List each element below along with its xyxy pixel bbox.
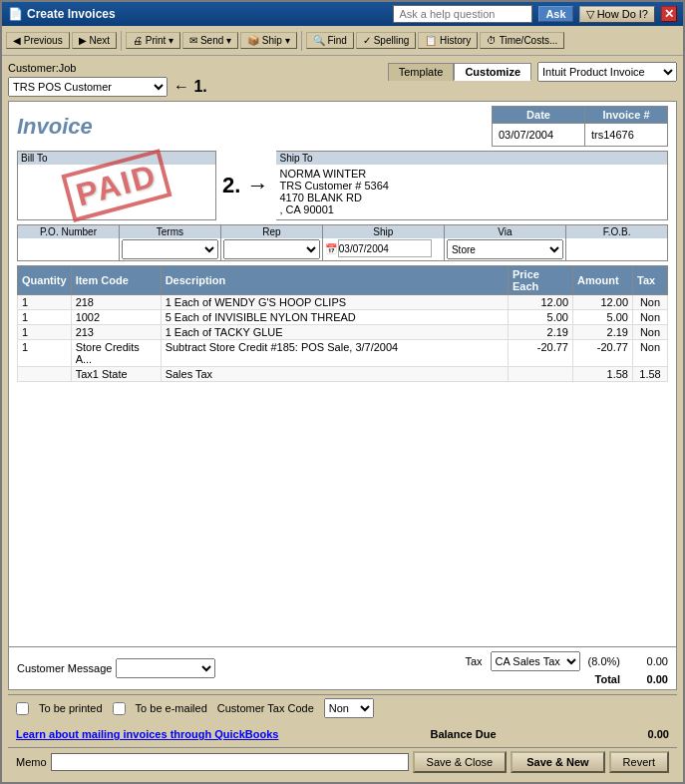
save-new-button[interactable]: Save & New (511, 751, 604, 773)
items-wrapper: Quantity Item Code Description Price Eac… (9, 265, 676, 646)
previous-button[interactable]: ◀ Previous (6, 32, 70, 49)
bill-area: Bill To PAID 2. → (17, 151, 268, 220)
annotation-arrow2: 2. → (222, 173, 268, 198)
window-icon: 📄 (8, 7, 23, 21)
customer-left: Customer:Job TRS POS Customer ← 1. (8, 62, 207, 97)
table-row[interactable]: 1 218 1 Each of WENDY G'S HOOP CLIPS 12.… (18, 295, 668, 310)
terms-cell: Terms (120, 225, 221, 260)
annotation-arrow1: ← 1. (173, 78, 207, 96)
date-input[interactable] (499, 126, 578, 144)
customer-job-label: Customer:Job (8, 62, 207, 74)
ship-date-input[interactable] (338, 239, 432, 257)
timecosts-button[interactable]: ⏱ Time/Costs... (480, 32, 564, 49)
to-be-emailed-label: To be e-mailed (136, 702, 207, 714)
template-tab[interactable]: Template (388, 63, 455, 81)
howdoi-button[interactable]: ▽ How Do I? (579, 6, 655, 23)
cell-tax: Non (633, 295, 668, 310)
customer-tax-code-label: Customer Tax Code (217, 702, 314, 714)
save-close-button[interactable]: Save & Close (413, 751, 508, 773)
terms-select[interactable] (122, 239, 218, 259)
table-row[interactable]: 1 Store Credits A... Subtract Store Cred… (18, 340, 668, 367)
fob-value (566, 238, 667, 256)
table-row[interactable]: 1 213 1 Each of TACKY GLUE 2.19 2.19 Non (18, 325, 668, 340)
invoice-num-label: Invoice # (585, 107, 668, 124)
customer-right: Template Customize Intuit Product Invoic… (388, 62, 677, 82)
customer-section: Customer:Job TRS POS Customer ← 1. Templ… (8, 62, 677, 97)
table-row[interactable]: Tax1 State Sales Tax 1.58 1.58 (18, 367, 668, 382)
content-area: Customer:Job TRS POS Customer ← 1. Templ… (2, 56, 683, 782)
invoice-section: Invoice Date Invoice # (8, 101, 677, 690)
cell-description: Subtract Store Credit #185: POS Sale, 3/… (161, 340, 508, 367)
to-be-printed-label: To be printed (39, 702, 103, 714)
col-amount: Amount (573, 266, 633, 295)
mailing-link[interactable]: Learn about mailing invoices through Qui… (16, 728, 278, 740)
via-select[interactable]: Store (447, 239, 563, 259)
cell-amount: 2.19 (573, 325, 633, 340)
rep-select[interactable] (223, 239, 320, 259)
footer-checkboxes: To be printed To be e-mailed Customer Ta… (8, 694, 677, 721)
cell-quantity: 1 (18, 310, 72, 325)
memo-input[interactable] (51, 753, 409, 771)
print-button[interactable]: 🖨 Print ▾ (126, 32, 180, 49)
revert-button[interactable]: Revert (609, 751, 669, 773)
invoice-num-value[interactable] (585, 124, 668, 147)
cell-item-code: 213 (71, 325, 161, 340)
ship-button[interactable]: 📦 Ship ▾ (240, 32, 297, 49)
ask-button[interactable]: Ask (538, 6, 572, 22)
po-terms-row: P.O. Number Terms Rep Ship (17, 224, 668, 261)
history-button[interactable]: 📋 History (418, 32, 478, 49)
to-be-printed-checkbox[interactable] (16, 702, 29, 715)
next-button[interactable]: ▶ Next (72, 32, 117, 49)
po-number-value[interactable] (18, 238, 119, 256)
via-value[interactable]: Store (445, 238, 565, 260)
bill-ship-section: Bill To PAID 2. → Ship To NORMA WINTER T… (9, 151, 676, 220)
customize-tab[interactable]: Customize (454, 63, 531, 81)
template-tabs: Template Customize (388, 63, 531, 81)
find-button[interactable]: 🔍 Find (306, 32, 354, 49)
tax-label: Tax (465, 655, 482, 667)
memo-label: Memo (16, 756, 47, 768)
ship-to-box[interactable]: Ship To NORMA WINTER TRS Customer # 5364… (276, 151, 668, 220)
action-buttons: Save & Close Save & New Revert (413, 751, 669, 773)
tax-code-select[interactable]: CA Sales Tax (491, 651, 580, 671)
col-description: Description (161, 266, 508, 295)
template-select[interactable]: Intuit Product Invoice (537, 62, 677, 82)
send-button[interactable]: ✉ Send ▾ (182, 32, 238, 49)
customer-tax-code-select[interactable]: Non (324, 698, 374, 718)
ship-to-line3: 4170 BLANK RD (279, 192, 664, 203)
balance-due-row: Learn about mailing invoices through Qui… (8, 725, 677, 743)
rep-value[interactable] (221, 238, 322, 260)
customer-job-select[interactable]: TRS POS Customer (8, 77, 168, 97)
invoice-header: Invoice Date Invoice # (9, 102, 676, 151)
date-label: Date (493, 107, 585, 124)
cell-item-code: 1002 (71, 310, 161, 325)
ship-date-cell: Ship 📅 (323, 225, 445, 260)
cell-description: 1 Each of TACKY GLUE (161, 325, 508, 340)
spelling-button[interactable]: ✓ Spelling (356, 32, 416, 49)
cell-description: Sales Tax (161, 367, 508, 382)
ship-date-value[interactable]: 📅 (323, 238, 444, 258)
cell-price-each: -20.77 (509, 340, 573, 367)
customer-message-select[interactable] (116, 658, 215, 678)
invoice-num-input[interactable] (591, 126, 661, 144)
tax-rate: (8.0%) (588, 655, 620, 667)
window-title: Create Invoices (27, 7, 116, 21)
customer-message-label: Customer Message (17, 662, 112, 674)
via-cell: Via Store (445, 225, 566, 260)
cell-item-code: Tax1 State (71, 367, 161, 382)
ask-help-input[interactable] (393, 5, 532, 23)
invoice-bottom-section: Customer Message Tax CA Sales Tax (8.0%)… (9, 646, 676, 689)
date-value[interactable] (493, 124, 585, 147)
to-be-emailed-checkbox[interactable] (113, 702, 126, 715)
cell-tax: 1.58 (633, 367, 668, 382)
total-row: Total 0.00 (465, 673, 668, 685)
cell-tax: Non (633, 310, 668, 325)
terms-value[interactable] (120, 238, 220, 260)
po-number-input[interactable] (22, 240, 106, 258)
close-button[interactable]: ✕ (661, 6, 677, 22)
cell-price-each (509, 367, 573, 382)
table-row[interactable]: 1 1002 5 Each of INVISIBLE NYLON THREAD … (18, 310, 668, 325)
balance-due-label: Balance Due (430, 728, 496, 740)
bill-to-box[interactable]: Bill To PAID (17, 151, 216, 220)
invoice-title: Invoice (17, 114, 93, 140)
